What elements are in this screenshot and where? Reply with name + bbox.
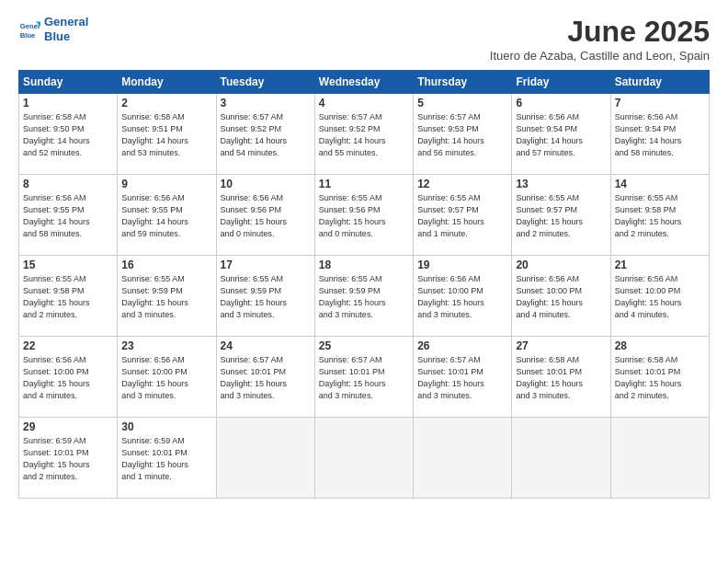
day-number: 12	[417, 178, 507, 190]
day-info: Sunrise: 6:55 AMSunset: 9:56 PMDaylight:…	[319, 192, 409, 240]
calendar-cell: 8Sunrise: 6:56 AMSunset: 9:55 PMDaylight…	[19, 175, 118, 256]
day-info: Sunrise: 6:58 AMSunset: 10:01 PMDaylight…	[516, 354, 606, 402]
header-thursday: Thursday	[414, 71, 512, 94]
day-number: 1	[23, 97, 113, 109]
header-saturday: Saturday	[610, 71, 709, 94]
header-sunday: Sunday	[19, 71, 118, 94]
logo-text: General Blue	[44, 15, 88, 43]
day-info: Sunrise: 6:55 AMSunset: 9:59 PMDaylight:…	[319, 273, 409, 321]
calendar-cell: 19Sunrise: 6:56 AMSunset: 10:00 PMDaylig…	[414, 256, 512, 337]
day-number: 7	[615, 97, 705, 109]
day-number: 26	[417, 339, 507, 352]
calendar-cell: 28Sunrise: 6:58 AMSunset: 10:01 PMDaylig…	[610, 337, 709, 418]
week-row-4: 29Sunrise: 6:59 AMSunset: 10:01 PMDaylig…	[19, 418, 710, 499]
calendar-cell: 15Sunrise: 6:55 AMSunset: 9:58 PMDayligh…	[19, 256, 118, 337]
day-number: 29	[23, 420, 113, 433]
day-info: Sunrise: 6:57 AMSunset: 10:01 PMDaylight…	[221, 354, 311, 402]
calendar-cell: 11Sunrise: 6:55 AMSunset: 9:56 PMDayligh…	[314, 175, 413, 256]
calendar-table: SundayMondayTuesdayWednesdayThursdayFrid…	[18, 70, 710, 499]
day-info: Sunrise: 6:56 AMSunset: 9:56 PMDaylight:…	[221, 192, 311, 240]
day-number: 8	[23, 178, 113, 190]
day-number: 15	[23, 259, 113, 271]
day-info: Sunrise: 6:56 AMSunset: 10:00 PMDaylight…	[23, 354, 113, 402]
day-number: 30	[121, 420, 211, 433]
day-info: Sunrise: 6:57 AMSunset: 10:01 PMDaylight…	[417, 354, 507, 402]
header-monday: Monday	[118, 71, 216, 94]
calendar-cell: 24Sunrise: 6:57 AMSunset: 10:01 PMDaylig…	[216, 337, 314, 418]
calendar-cell: 14Sunrise: 6:55 AMSunset: 9:58 PMDayligh…	[610, 175, 709, 256]
day-info: Sunrise: 6:58 AMSunset: 9:51 PMDaylight:…	[121, 111, 211, 159]
calendar-cell	[610, 418, 709, 499]
day-number: 14	[615, 178, 705, 190]
day-info: Sunrise: 6:59 AMSunset: 10:01 PMDaylight…	[23, 435, 113, 483]
calendar-cell: 7Sunrise: 6:56 AMSunset: 9:54 PMDaylight…	[610, 94, 709, 175]
day-number: 24	[221, 339, 311, 352]
calendar-cell: 21Sunrise: 6:56 AMSunset: 10:00 PMDaylig…	[610, 256, 709, 337]
day-number: 19	[417, 259, 507, 271]
calendar-cell	[512, 418, 610, 499]
day-number: 21	[615, 259, 705, 271]
day-info: Sunrise: 6:56 AMSunset: 10:00 PMDaylight…	[417, 273, 507, 321]
day-info: Sunrise: 6:55 AMSunset: 9:59 PMDaylight:…	[121, 273, 211, 321]
day-info: Sunrise: 6:57 AMSunset: 9:52 PMDaylight:…	[319, 111, 409, 159]
location-subtitle: Ituero de Azaba, Castille and Leon, Spai…	[490, 49, 710, 63]
day-info: Sunrise: 6:55 AMSunset: 9:58 PMDaylight:…	[615, 192, 705, 240]
calendar-cell: 18Sunrise: 6:55 AMSunset: 9:59 PMDayligh…	[314, 256, 413, 337]
calendar-cell	[314, 418, 413, 499]
calendar-cell: 23Sunrise: 6:56 AMSunset: 10:00 PMDaylig…	[118, 337, 216, 418]
day-info: Sunrise: 6:56 AMSunset: 10:00 PMDaylight…	[516, 273, 606, 321]
calendar-cell: 20Sunrise: 6:56 AMSunset: 10:00 PMDaylig…	[512, 256, 610, 337]
calendar-cell: 9Sunrise: 6:56 AMSunset: 9:55 PMDaylight…	[118, 175, 216, 256]
calendar-cell: 5Sunrise: 6:57 AMSunset: 9:53 PMDaylight…	[414, 94, 512, 175]
calendar-cell: 3Sunrise: 6:57 AMSunset: 9:52 PMDaylight…	[216, 94, 314, 175]
logo: General Blue General Blue	[18, 15, 88, 43]
day-number: 20	[516, 259, 606, 271]
calendar-cell: 29Sunrise: 6:59 AMSunset: 10:01 PMDaylig…	[19, 418, 118, 499]
day-info: Sunrise: 6:59 AMSunset: 10:01 PMDaylight…	[121, 435, 211, 483]
day-info: Sunrise: 6:58 AMSunset: 9:50 PMDaylight:…	[23, 111, 113, 159]
calendar-cell: 25Sunrise: 6:57 AMSunset: 10:01 PMDaylig…	[314, 337, 413, 418]
day-info: Sunrise: 6:57 AMSunset: 10:01 PMDaylight…	[319, 354, 409, 402]
header-tuesday: Tuesday	[216, 71, 314, 94]
day-number: 27	[516, 339, 606, 352]
header-wednesday: Wednesday	[314, 71, 413, 94]
day-info: Sunrise: 6:55 AMSunset: 9:59 PMDaylight:…	[221, 273, 311, 321]
month-title: June 2025	[490, 15, 710, 49]
week-row-2: 15Sunrise: 6:55 AMSunset: 9:58 PMDayligh…	[19, 256, 710, 337]
day-number: 23	[121, 339, 211, 352]
calendar-cell: 16Sunrise: 6:55 AMSunset: 9:59 PMDayligh…	[118, 256, 216, 337]
header: General Blue General Blue June 2025 Itue…	[18, 15, 710, 63]
calendar-cell: 27Sunrise: 6:58 AMSunset: 10:01 PMDaylig…	[512, 337, 610, 418]
day-info: Sunrise: 6:57 AMSunset: 9:53 PMDaylight:…	[417, 111, 507, 159]
logo-icon: General Blue	[18, 18, 40, 40]
day-number: 11	[319, 178, 409, 190]
day-info: Sunrise: 6:56 AMSunset: 9:55 PMDaylight:…	[121, 192, 211, 240]
day-number: 17	[221, 259, 311, 271]
day-number: 9	[121, 178, 211, 190]
day-number: 6	[516, 97, 606, 109]
calendar-cell	[414, 418, 512, 499]
day-info: Sunrise: 6:56 AMSunset: 9:55 PMDaylight:…	[23, 192, 113, 240]
calendar-cell: 2Sunrise: 6:58 AMSunset: 9:51 PMDaylight…	[118, 94, 216, 175]
day-number: 18	[319, 259, 409, 271]
calendar-page: General Blue General Blue June 2025 Itue…	[0, 0, 728, 563]
calendar-cell: 13Sunrise: 6:55 AMSunset: 9:57 PMDayligh…	[512, 175, 610, 256]
day-info: Sunrise: 6:56 AMSunset: 9:54 PMDaylight:…	[615, 111, 705, 159]
calendar-cell: 10Sunrise: 6:56 AMSunset: 9:56 PMDayligh…	[216, 175, 314, 256]
calendar-cell: 1Sunrise: 6:58 AMSunset: 9:50 PMDaylight…	[19, 94, 118, 175]
week-row-1: 8Sunrise: 6:56 AMSunset: 9:55 PMDaylight…	[19, 175, 710, 256]
calendar-cell: 22Sunrise: 6:56 AMSunset: 10:00 PMDaylig…	[19, 337, 118, 418]
svg-text:Blue: Blue	[20, 30, 36, 39]
day-info: Sunrise: 6:58 AMSunset: 10:01 PMDaylight…	[615, 354, 705, 402]
svg-text:General: General	[20, 22, 40, 30]
day-number: 16	[121, 259, 211, 271]
title-area: June 2025 Ituero de Azaba, Castille and …	[490, 15, 710, 63]
day-number: 28	[615, 339, 705, 352]
calendar-cell: 17Sunrise: 6:55 AMSunset: 9:59 PMDayligh…	[216, 256, 314, 337]
day-number: 5	[417, 97, 507, 109]
calendar-cell	[216, 418, 314, 499]
day-info: Sunrise: 6:55 AMSunset: 9:57 PMDaylight:…	[516, 192, 606, 240]
day-number: 3	[221, 97, 311, 109]
day-number: 22	[23, 339, 113, 352]
day-number: 13	[516, 178, 606, 190]
